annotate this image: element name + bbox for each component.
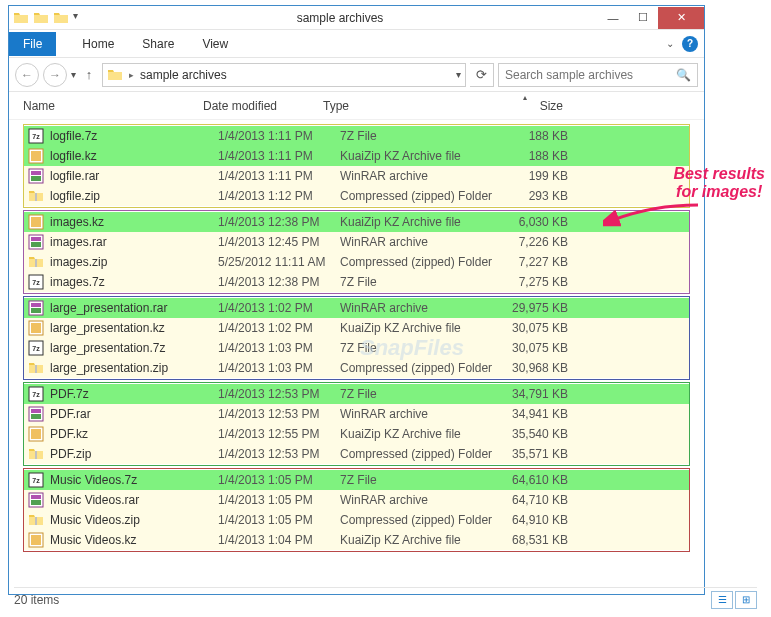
maximize-button[interactable]: ☐ xyxy=(628,7,658,29)
address-dropdown-icon[interactable]: ▾ xyxy=(456,69,461,80)
search-icon[interactable]: 🔍 xyxy=(676,68,691,82)
file-name: images.kz xyxy=(50,215,218,229)
address-field[interactable]: ▸ sample archives ▾ xyxy=(102,63,466,87)
file-row[interactable]: Music Videos.kz1/4/2013 1:04 PMKuaiZip K… xyxy=(24,530,689,550)
col-size[interactable]: ▴Size xyxy=(483,99,563,113)
tab-file[interactable]: File xyxy=(9,32,56,56)
col-name[interactable]: Name xyxy=(23,99,203,113)
file-row[interactable]: logfile.kz1/4/2013 1:11 PMKuaiZip KZ Arc… xyxy=(24,146,689,166)
details-view-button[interactable]: ☰ xyxy=(711,591,733,609)
close-button[interactable]: ✕ xyxy=(658,7,704,29)
properties-icon[interactable] xyxy=(33,10,49,26)
back-button[interactable]: ← xyxy=(15,63,39,87)
file-icon xyxy=(28,128,44,144)
file-group: large_presentation.rar1/4/2013 1:02 PMWi… xyxy=(23,296,690,380)
file-icon xyxy=(28,386,44,402)
file-row[interactable]: Music Videos.7z1/4/2013 1:05 PM7Z File64… xyxy=(24,470,689,490)
tab-share[interactable]: Share xyxy=(128,32,188,56)
file-name: large_presentation.rar xyxy=(50,301,218,315)
file-row[interactable]: large_presentation.7z1/4/2013 1:03 PM7Z … xyxy=(24,338,689,358)
file-date: 5/25/2012 11:11 AM xyxy=(218,255,338,269)
help-icon[interactable]: ? xyxy=(682,36,698,52)
file-row[interactable]: images.zip5/25/2012 11:11 AMCompressed (… xyxy=(24,252,689,272)
file-row[interactable]: images.kz1/4/2013 12:38 PMKuaiZip KZ Arc… xyxy=(24,212,689,232)
annotation-arrow-icon xyxy=(603,200,703,230)
file-date: 1/4/2013 1:03 PM xyxy=(218,361,338,375)
file-row[interactable]: large_presentation.rar1/4/2013 1:02 PMWi… xyxy=(24,298,689,318)
file-row[interactable]: logfile.rar1/4/2013 1:11 PMWinRAR archiv… xyxy=(24,166,689,186)
icons-view-button[interactable]: ⊞ xyxy=(735,591,757,609)
file-type: WinRAR archive xyxy=(338,407,498,421)
file-row[interactable]: PDF.rar1/4/2013 12:53 PMWinRAR archive34… xyxy=(24,404,689,424)
minimize-button[interactable]: — xyxy=(598,7,628,29)
ribbon: File Home Share View ⌄ ? xyxy=(9,30,704,58)
file-row[interactable]: Music Videos.zip1/4/2013 1:05 PMCompress… xyxy=(24,510,689,530)
file-date: 1/4/2013 1:03 PM xyxy=(218,341,338,355)
file-row[interactable]: logfile.zip1/4/2013 1:12 PMCompressed (z… xyxy=(24,186,689,206)
file-size: 68,531 KB xyxy=(498,533,568,547)
file-icon xyxy=(28,532,44,548)
file-icon xyxy=(28,406,44,422)
file-row[interactable]: images.rar1/4/2013 12:45 PMWinRAR archiv… xyxy=(24,232,689,252)
up-button[interactable]: ↑ xyxy=(80,66,98,84)
file-name: logfile.kz xyxy=(50,149,218,163)
qat-dropdown-icon[interactable]: ▾ xyxy=(73,10,78,26)
search-field[interactable]: 🔍 xyxy=(498,63,698,87)
column-headers: Name Date modified Type ▴Size xyxy=(9,92,704,120)
file-row[interactable]: logfile.7z1/4/2013 1:11 PM7Z File188 KB xyxy=(24,126,689,146)
window-controls: — ☐ ✕ xyxy=(598,7,704,29)
titlebar[interactable]: ▾ sample archives — ☐ ✕ xyxy=(9,6,704,30)
file-type: 7Z File xyxy=(338,129,498,143)
refresh-button[interactable]: ⟳ xyxy=(470,63,494,87)
history-dropdown-icon[interactable]: ▾ xyxy=(71,69,76,80)
file-size: 64,610 KB xyxy=(498,473,568,487)
file-date: 1/4/2013 1:12 PM xyxy=(218,189,338,203)
file-name: Music Videos.zip xyxy=(50,513,218,527)
folder-icon xyxy=(13,10,29,26)
tab-home[interactable]: Home xyxy=(68,32,128,56)
col-type[interactable]: Type xyxy=(323,99,483,113)
file-date: 1/4/2013 12:53 PM xyxy=(218,447,338,461)
file-row[interactable]: large_presentation.kz1/4/2013 1:02 PMKua… xyxy=(24,318,689,338)
file-row[interactable]: PDF.zip1/4/2013 12:53 PMCompressed (zipp… xyxy=(24,444,689,464)
chevron-right-icon[interactable]: ▸ xyxy=(129,70,134,80)
tab-view[interactable]: View xyxy=(188,32,242,56)
file-name: PDF.kz xyxy=(50,427,218,441)
file-date: 1/4/2013 12:45 PM xyxy=(218,235,338,249)
file-date: 1/4/2013 12:53 PM xyxy=(218,387,338,401)
file-type: Compressed (zipped) Folder xyxy=(338,255,498,269)
file-icon xyxy=(28,492,44,508)
sort-asc-icon: ▴ xyxy=(523,93,527,102)
file-icon xyxy=(28,168,44,184)
file-type: 7Z File xyxy=(338,387,498,401)
new-folder-icon[interactable] xyxy=(53,10,69,26)
item-count: 20 items xyxy=(14,593,59,607)
folder-icon xyxy=(107,67,123,83)
file-name: PDF.7z xyxy=(50,387,218,401)
breadcrumb-current[interactable]: sample archives xyxy=(140,68,227,82)
address-bar: ← → ▾ ↑ ▸ sample archives ▾ ⟳ 🔍 xyxy=(9,58,704,92)
file-date: 1/4/2013 1:04 PM xyxy=(218,533,338,547)
file-type: WinRAR archive xyxy=(338,235,498,249)
col-date[interactable]: Date modified xyxy=(203,99,323,113)
file-size: 35,571 KB xyxy=(498,447,568,461)
file-row[interactable]: Music Videos.rar1/4/2013 1:05 PMWinRAR a… xyxy=(24,490,689,510)
file-date: 1/4/2013 1:05 PM xyxy=(218,513,338,527)
file-size: 293 KB xyxy=(498,189,568,203)
file-type: Compressed (zipped) Folder xyxy=(338,513,498,527)
file-date: 1/4/2013 1:02 PM xyxy=(218,321,338,335)
file-date: 1/4/2013 12:53 PM xyxy=(218,407,338,421)
file-size: 35,540 KB xyxy=(498,427,568,441)
file-name: Music Videos.kz xyxy=(50,533,218,547)
forward-button[interactable]: → xyxy=(43,63,67,87)
file-name: large_presentation.kz xyxy=(50,321,218,335)
file-row[interactable]: PDF.7z1/4/2013 12:53 PM7Z File34,791 KB xyxy=(24,384,689,404)
file-row[interactable]: PDF.kz1/4/2013 12:55 PMKuaiZip KZ Archiv… xyxy=(24,424,689,444)
file-size: 30,075 KB xyxy=(498,321,568,335)
search-input[interactable] xyxy=(505,68,676,82)
file-row[interactable]: images.7z1/4/2013 12:38 PM7Z File7,275 K… xyxy=(24,272,689,292)
file-name: Music Videos.7z xyxy=(50,473,218,487)
ribbon-expand-icon[interactable]: ⌄ xyxy=(666,38,674,49)
file-row[interactable]: large_presentation.zip1/4/2013 1:03 PMCo… xyxy=(24,358,689,378)
file-name: PDF.rar xyxy=(50,407,218,421)
